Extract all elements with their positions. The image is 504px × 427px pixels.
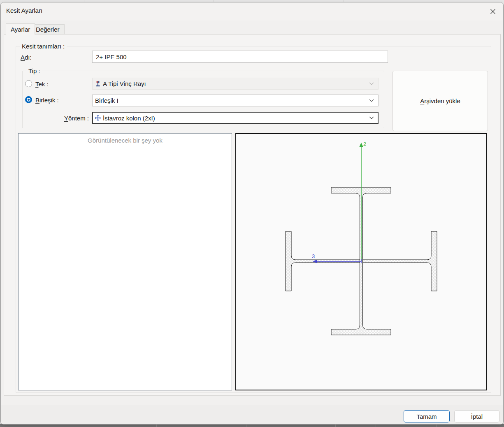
- group-kesit-tanimlari-label: Kesit tanımları :: [20, 43, 67, 50]
- window-title: Kesit Ayarları: [6, 7, 42, 14]
- close-icon: [490, 9, 496, 14]
- tek-dropdown[interactable]: A Tipi Vinç Rayı: [92, 78, 379, 90]
- title-bar: Kesit Ayarları: [1, 2, 503, 21]
- tek-label[interactable]: Tek :: [35, 81, 49, 88]
- axis-2-label: 2: [363, 141, 366, 147]
- empty-preview-panel: Görüntülenecek bir şey yok: [18, 133, 232, 390]
- archive-load-button[interactable]: Arşivden yükle: [393, 71, 488, 131]
- yontem-dropdown[interactable]: İstavroz kolon (2xI): [92, 112, 379, 124]
- empty-preview-text: Görüntülenecek bir şey yok: [19, 137, 232, 144]
- close-button[interactable]: [487, 6, 499, 17]
- birlesik-radio[interactable]: [25, 96, 32, 103]
- birlesik-dropdown[interactable]: Birleşik I: [92, 95, 379, 106]
- tab-label: Ayarlar: [11, 26, 30, 33]
- birlesik-dropdown-value: Birleşik I: [95, 97, 118, 104]
- ok-button[interactable]: Tamam: [404, 410, 450, 422]
- screenshot-root: Kesit Ayarları Ayarlar Değerler Kesit ta…: [0, 0, 504, 427]
- chevron-down-icon: [369, 99, 376, 102]
- yontem-dropdown-value: İstavroz kolon (2xI): [103, 115, 155, 122]
- dialog-footer: Tamam İptal: [1, 405, 503, 425]
- dialog-window: Kesit Ayarları Ayarlar Değerler Kesit ta…: [0, 2, 504, 425]
- ok-button-label: Tamam: [416, 413, 437, 420]
- adi-input[interactable]: [92, 51, 388, 63]
- tab-degerler[interactable]: Değerler: [31, 24, 65, 34]
- tab-page-ayarlar: Kesit tanımları : Adı: Tip : Tek :: [4, 34, 501, 396]
- axis-3-label: 3: [312, 253, 315, 259]
- cancel-button-label: İptal: [471, 413, 483, 420]
- radio-dot: [28, 99, 30, 101]
- cancel-button[interactable]: İptal: [454, 410, 499, 422]
- tek-radio[interactable]: [25, 80, 32, 87]
- birlesik-label[interactable]: Birleşik :: [35, 97, 59, 104]
- tab-ayarlar[interactable]: Ayarlar: [6, 23, 35, 35]
- chevron-down-icon: [369, 82, 376, 85]
- chevron-down-icon: [369, 116, 376, 120]
- crane-rail-icon: [95, 81, 101, 87]
- section-preview-panel: 2 3: [235, 133, 487, 390]
- cruciform-icon: [95, 115, 101, 121]
- axis-2-arrow: [360, 143, 363, 147]
- archive-load-label: Arşivden yükle: [420, 97, 460, 104]
- adi-label: Adı:: [21, 54, 32, 61]
- tek-dropdown-value: A Tipi Vinç Rayı: [103, 80, 146, 87]
- section-drawing: 2 3: [236, 134, 486, 390]
- yontem-label: Yöntem :: [45, 115, 89, 122]
- tab-label: Değerler: [36, 26, 60, 33]
- group-tip-label: Tip :: [26, 67, 42, 74]
